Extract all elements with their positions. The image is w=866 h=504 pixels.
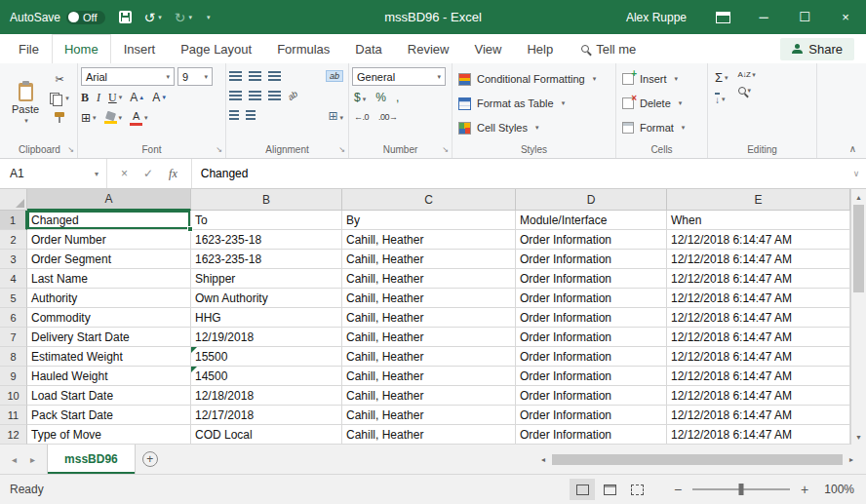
cell[interactable]: Order Number <box>27 230 191 250</box>
cell[interactable]: Estimated Weight <box>27 347 191 367</box>
find-select-button[interactable]: ▾ <box>738 87 756 95</box>
expand-formula-bar-icon[interactable]: ∨ <box>846 159 866 188</box>
cell[interactable]: 12/12/2018 6:14:47 AM <box>667 250 850 269</box>
cell[interactable]: Pack Start Date <box>27 406 191 425</box>
row-header[interactable]: 11 <box>0 406 27 425</box>
cell[interactable]: 12/12/2018 6:14:47 AM <box>667 406 850 425</box>
cell[interactable]: Order Information <box>516 250 667 269</box>
tab-review[interactable]: Review <box>395 34 462 63</box>
cell[interactable]: HHG <box>191 308 342 328</box>
cell[interactable]: 15500 <box>191 347 342 367</box>
decrease-indent-button[interactable] <box>229 110 239 120</box>
cell[interactable]: 14500 <box>191 367 342 386</box>
normal-view-button[interactable] <box>570 479 595 500</box>
fill-color-button[interactable]: ▾ <box>104 112 123 124</box>
row-header[interactable]: 9 <box>0 367 27 386</box>
cell[interactable]: Cahill, Heather <box>342 328 516 347</box>
cell[interactable]: Load Start Date <box>27 386 191 406</box>
cut-button[interactable]: ✂ <box>48 71 71 87</box>
maximize-button[interactable]: ☐ <box>784 0 825 34</box>
cell[interactable]: Order Information <box>516 425 667 445</box>
autosave-switch[interactable]: Off <box>66 11 104 24</box>
percent-style-button[interactable]: % <box>375 91 386 104</box>
cell[interactable]: Order Information <box>516 308 667 328</box>
select-all-corner[interactable] <box>0 189 27 211</box>
undo-dropdown-icon[interactable]: ▾ <box>158 14 162 21</box>
cell[interactable]: Cahill, Heather <box>342 269 516 289</box>
borders-button[interactable]: ⊞▾ <box>81 111 97 125</box>
scroll-down-icon[interactable]: ▼ <box>851 429 866 445</box>
tab-insert[interactable]: Insert <box>111 34 169 63</box>
cell[interactable]: Hauled Weight <box>27 367 191 386</box>
redo-dropdown-icon[interactable]: ▾ <box>189 14 193 21</box>
undo-button[interactable]: ↺▾ <box>138 10 168 25</box>
font-size-select[interactable]: 9▾ <box>177 67 213 86</box>
conditional-formatting-button[interactable]: Conditional Formatting▾ <box>455 68 612 90</box>
page-break-view-button[interactable] <box>624 479 650 500</box>
tell-me-search[interactable]: Tell me <box>581 34 636 63</box>
sort-filter-button[interactable]: A↓Z▾ <box>738 70 756 79</box>
cell[interactable]: 12/12/2018 6:14:47 AM <box>667 308 850 328</box>
cell[interactable]: Order Information <box>516 328 667 347</box>
sheet-nav-left-icon[interactable]: ◂ <box>12 454 17 465</box>
tab-file[interactable]: File <box>6 34 52 63</box>
format-as-table-button[interactable]: Format as Table▾ <box>455 93 612 114</box>
cell-styles-button[interactable]: Cell Styles▾ <box>455 117 612 138</box>
row-header[interactable]: 10 <box>0 386 27 406</box>
cell[interactable]: Order Information <box>516 347 667 367</box>
paste-dropdown-icon[interactable]: ▾ <box>24 117 28 125</box>
row-header[interactable]: 2 <box>0 230 27 250</box>
number-format-select[interactable]: General▾ <box>352 67 446 86</box>
number-dialog-launcher[interactable]: ↘ <box>442 145 449 154</box>
bold-button[interactable]: B <box>81 91 89 105</box>
cell[interactable]: 12/17/2018 <box>191 406 342 425</box>
cell[interactable]: Order Information <box>516 406 667 425</box>
row-header[interactable]: 7 <box>0 328 27 347</box>
paste-button[interactable]: Paste ▾ <box>5 66 46 141</box>
row-header[interactable]: 4 <box>0 269 27 289</box>
cell[interactable]: 12/18/2018 <box>191 386 342 406</box>
tab-page-layout[interactable]: Page Layout <box>168 34 264 63</box>
cell[interactable]: Type of Move <box>27 425 191 445</box>
cell[interactable]: When <box>667 211 850 230</box>
cell[interactable]: Cahill, Heather <box>342 367 516 386</box>
cell[interactable]: 12/12/2018 6:14:47 AM <box>667 347 850 367</box>
row-header[interactable]: 1 <box>0 211 27 230</box>
cell[interactable]: Cahill, Heather <box>342 425 516 445</box>
cell[interactable]: Order Information <box>516 230 667 250</box>
row-header[interactable]: 5 <box>0 289 27 308</box>
column-header-B[interactable]: B <box>191 189 342 211</box>
align-right-button[interactable] <box>268 91 281 100</box>
save-button[interactable] <box>113 11 138 23</box>
row-header[interactable]: 12 <box>0 425 27 445</box>
merge-center-button[interactable]: ⊞▾ <box>328 106 343 124</box>
cell[interactable]: Order Information <box>516 289 667 308</box>
sheet-nav-right-icon[interactable]: ▸ <box>30 454 35 465</box>
format-painter-button[interactable] <box>48 110 71 126</box>
cell[interactable]: 12/12/2018 6:14:47 AM <box>667 367 850 386</box>
cell[interactable]: COD Local <box>191 425 342 445</box>
vertical-scrollbar-thumb[interactable] <box>853 205 864 292</box>
cell[interactable]: Commodity <box>27 308 191 328</box>
cell-selected[interactable]: Changed <box>27 211 191 230</box>
cell[interactable]: Order Information <box>516 269 667 289</box>
horizontal-scrollbar[interactable]: ◂ ▸ <box>534 445 866 474</box>
align-middle-button[interactable] <box>249 71 261 81</box>
insert-cells-button[interactable]: Insert▾ <box>619 68 704 90</box>
insert-function-button[interactable]: fx <box>169 167 177 181</box>
customize-qat-button[interactable]: ▾ <box>199 14 216 21</box>
name-box[interactable]: A1 ▾ <box>0 159 107 188</box>
font-name-select[interactable]: Arial▾ <box>81 67 175 86</box>
accounting-format-button[interactable]: $▾ <box>354 91 366 104</box>
vertical-scrollbar[interactable]: ▲ ▼ <box>850 189 866 445</box>
autosave-toggle[interactable]: AutoSave Off <box>0 11 113 24</box>
cell[interactable]: Shipper <box>191 269 342 289</box>
sheet-tab-active[interactable]: mssBD96 <box>47 445 136 474</box>
autosum-button[interactable]: Σ▾ <box>715 70 728 85</box>
comma-style-button[interactable]: , <box>396 91 399 104</box>
cell[interactable]: 1623-235-18 <box>191 250 342 269</box>
clipboard-dialog-launcher[interactable]: ↘ <box>67 145 74 154</box>
align-bottom-button[interactable] <box>268 71 281 81</box>
font-dialog-launcher[interactable]: ↘ <box>216 145 222 154</box>
format-cells-button[interactable]: Format▾ <box>619 117 704 138</box>
